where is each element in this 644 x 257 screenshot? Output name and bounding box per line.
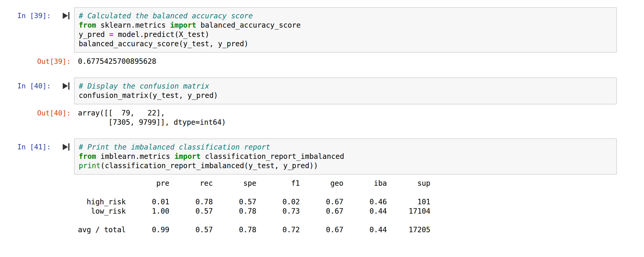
code-token: model.predict(X_test) [114, 30, 209, 39]
code-token: import [174, 152, 201, 161]
code-token: confusion_matrix(y_test, y_pred) [79, 91, 218, 100]
classification-report: pre rec spe f1 geo iba sup high_risk 0.0… [78, 179, 644, 235]
cell-output-row: pre rec spe f1 geo iba sup high_risk 0.0… [0, 179, 644, 235]
cell-output-row: Out[40]:array([[ 79, 22], [7305, 9799]],… [0, 108, 644, 127]
code-token: print [79, 161, 100, 170]
output-text: 0.6775425700895628 [78, 57, 644, 66]
code-cell-1: In [39]:# Calculated the balanced accura… [0, 7, 644, 66]
code-token: (classification_report_imbalanced(y_test… [100, 161, 318, 170]
cell-input-row: In [39]:# Calculated the balanced accura… [0, 7, 644, 53]
code-token: # Print the imbalanced classification re… [79, 143, 270, 151]
code-token: balanced_accuracy_score [196, 21, 301, 29]
run-cell-icon[interactable] [62, 142, 70, 152]
input-prompt-area: In [40]: [0, 77, 74, 91]
code-input[interactable]: # Display the confusion matrix confusion… [74, 77, 617, 104]
code-text: # Calculated the balanced accuracy score… [79, 11, 612, 49]
code-token: balanced_accuracy_score(y_test, y_pred) [79, 40, 248, 48]
cell-input-row: In [40]:# Display the confusion matrix c… [0, 77, 644, 104]
output-prompt: Out[39]: [37, 57, 71, 66]
code-input[interactable]: # Calculated the balanced accuracy score… [74, 7, 617, 53]
code-token: sklearn.metrics [96, 21, 170, 29]
input-prompt: In [40]: [17, 81, 51, 91]
run-cell-icon[interactable] [62, 81, 70, 91]
code-input[interactable]: # Print the imbalanced classification re… [74, 138, 617, 175]
code-token: imblearn.metrics [96, 152, 174, 161]
output-prompt-area: Out[39]: [0, 57, 74, 66]
code-token: classification_report_imbalanced [201, 152, 344, 161]
code-token: from [79, 152, 96, 161]
output-prompt: Out[40]: [37, 108, 71, 118]
output-content: array([[ 79, 22], [7305, 9799]], dtype=i… [74, 108, 644, 127]
run-cell-icon-glyph [62, 82, 70, 90]
run-cell-icon-glyph [62, 143, 70, 151]
input-prompt: In [41]: [17, 142, 51, 152]
cell-input-row: In [41]:# Print the imbalanced classific… [0, 138, 644, 175]
input-prompt-area: In [39]: [0, 7, 74, 20]
code-token: # Display the confusion matrix [79, 82, 209, 90]
output-content: 0.6775425700895628 [74, 57, 644, 66]
code-cell-3: In [41]:# Print the imbalanced classific… [0, 138, 644, 235]
notebook: In [39]:# Calculated the balanced accura… [0, 0, 644, 235]
input-prompt: In [39]: [17, 11, 51, 20]
output-text: array([[ 79, 22], [7305, 9799]], dtype=i… [78, 108, 644, 127]
code-text: # Display the confusion matrix confusion… [79, 82, 612, 100]
code-token: from [79, 21, 96, 29]
run-cell-icon[interactable] [62, 11, 70, 20]
cell-output-row: Out[39]:0.6775425700895628 [0, 57, 644, 66]
code-cell-2: In [40]:# Display the confusion matrix c… [0, 77, 644, 127]
code-text: # Print the imbalanced classification re… [79, 143, 612, 170]
code-token: import [170, 21, 196, 29]
output-prompt-area: Out[40]: [0, 108, 74, 118]
input-prompt-area: In [41]: [0, 138, 74, 152]
run-cell-icon-glyph [62, 12, 70, 20]
code-token: = [109, 30, 114, 39]
code-token: y_pred [79, 30, 109, 39]
output-content: pre rec spe f1 geo iba sup high_risk 0.0… [74, 179, 644, 235]
code-token: # Calculated the balanced accuracy score [79, 12, 253, 20]
